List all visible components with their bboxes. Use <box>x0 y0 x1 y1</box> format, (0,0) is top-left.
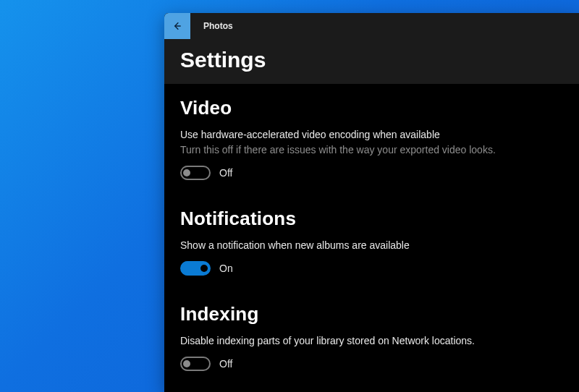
toggle-knob-icon <box>183 169 190 176</box>
photos-settings-window: Photos Settings Video Use hardware-accel… <box>164 13 579 392</box>
video-setting-sublabel: Turn this off if there are issues with t… <box>180 143 563 157</box>
video-toggle-row: Off <box>180 166 563 180</box>
toggle-knob-icon <box>200 265 208 272</box>
back-button[interactable] <box>164 13 190 39</box>
section-title-video: Video <box>180 97 563 119</box>
new-albums-notification-toggle[interactable] <box>180 261 211 276</box>
back-arrow-icon <box>172 20 183 32</box>
app-title: Photos <box>190 13 233 39</box>
video-encoding-toggle[interactable] <box>180 166 211 180</box>
notifications-toggle-row: On <box>180 261 563 276</box>
section-indexing: Indexing Disable indexing parts of your … <box>180 303 563 371</box>
page-title-bar: Settings <box>164 39 579 84</box>
network-indexing-toggle[interactable] <box>180 357 211 371</box>
video-setting-label: Use hardware-accelerated video encoding … <box>180 128 563 142</box>
titlebar: Photos <box>164 13 579 39</box>
indexing-toggle-row: Off <box>180 357 563 371</box>
page-title: Settings <box>180 48 563 72</box>
settings-content: Video Use hardware-accelerated video enc… <box>164 84 579 371</box>
indexing-setting-label: Disable indexing parts of your library s… <box>180 334 563 348</box>
section-title-indexing: Indexing <box>180 303 563 325</box>
notifications-setting-label: Show a notification when new albums are … <box>180 239 563 252</box>
toggle-knob-icon <box>183 360 190 367</box>
video-toggle-state: Off <box>219 167 232 179</box>
section-title-notifications: Notifications <box>180 208 563 230</box>
section-notifications: Notifications Show a notification when n… <box>180 208 563 276</box>
indexing-toggle-state: Off <box>219 358 232 370</box>
notifications-toggle-state: On <box>219 263 233 274</box>
section-video: Video Use hardware-accelerated video enc… <box>180 97 563 180</box>
